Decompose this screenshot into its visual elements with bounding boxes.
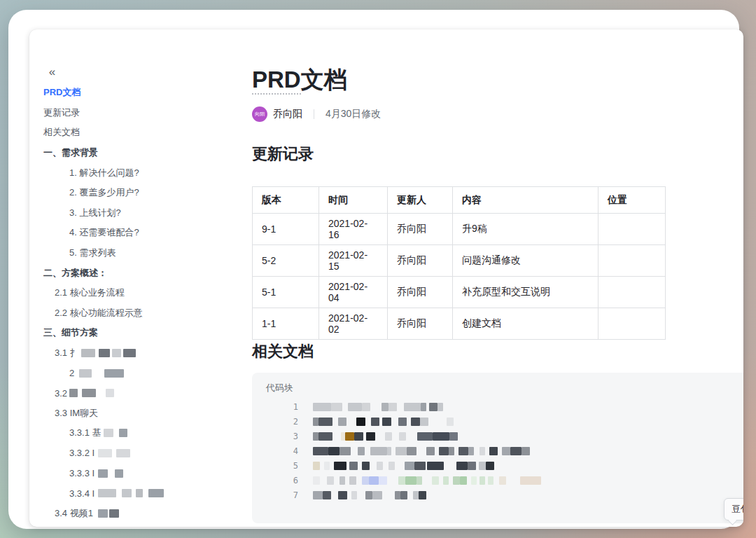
toc-item[interactable]: 3.3.1 基 (43, 423, 253, 443)
toc-item-label: 3. 上线计划? (69, 207, 121, 219)
toc-item[interactable]: 3. 上线计划? (43, 203, 253, 223)
toc-item[interactable]: 3.1 扌 (43, 343, 253, 364)
toc-item[interactable]: 更新记录 (43, 103, 253, 123)
table-header-cell[interactable]: 更新人 (388, 187, 453, 214)
toc-item-label: 1. 解决什么问题? (69, 167, 139, 179)
document-panel: « PRD文档更新记录相关文档一、需求背景1. 解决什么问题?2. 覆盖多少用户… (29, 29, 743, 527)
table-cell[interactable]: 5-2 (253, 245, 319, 277)
table-header-cell[interactable]: 版本 (253, 187, 319, 214)
table-cell[interactable]: 2021-02-15 (319, 245, 388, 277)
toc-item-label: 3.2 (55, 388, 67, 399)
modified-timestamp: 4月30日修改 (326, 108, 381, 120)
redacted-text-mosaic (313, 403, 443, 411)
redacted-text-mosaic (313, 462, 494, 470)
toc-item[interactable]: 3.2 (43, 383, 253, 404)
table-cell[interactable]: 问题沟通修改 (453, 245, 598, 277)
toc-item[interactable]: 2 (43, 363, 253, 383)
table-cell[interactable]: 5-1 (253, 277, 319, 308)
author-name[interactable]: 乔向阳 (273, 108, 302, 120)
toc-item[interactable]: 三、细节方案 (43, 323, 253, 343)
code-line: 3 (252, 429, 743, 443)
toc-item-label: 4. 还需要谁配合? (69, 226, 139, 239)
toc-item[interactable]: 2. 覆盖多少用户? (43, 183, 253, 203)
table-cell[interactable]: 乔向阳 (388, 308, 453, 340)
table-cell[interactable] (598, 214, 666, 245)
page-title-cjk: 文档 (301, 67, 347, 92)
code-line-number: 2 (252, 417, 298, 427)
code-line: 6 (252, 473, 743, 488)
table-header-cell[interactable]: 内容 (453, 187, 598, 214)
table-cell[interactable] (598, 308, 666, 340)
table-cell[interactable]: 乔向阳 (388, 214, 453, 245)
toc-item[interactable]: 相关文档 (43, 123, 253, 143)
table-cell[interactable]: 1-1 (253, 308, 319, 340)
toc-item[interactable]: 一、需求背景 (43, 143, 253, 163)
table-cell[interactable]: 乔向阳 (388, 245, 453, 277)
sidebar-toc: PRD文档更新记录相关文档一、需求背景1. 解决什么问题?2. 覆盖多少用户?3… (43, 83, 253, 523)
redacted-text-mosaic (313, 432, 458, 441)
code-line: 5 (252, 458, 743, 473)
toc-item-label: 3.3.1 基 (69, 427, 102, 439)
code-lines: 1234567 (252, 399, 743, 502)
table-cell[interactable]: 升9稿 (453, 214, 598, 245)
redacted-text-mosaic (313, 418, 454, 426)
code-block[interactable]: 代码块 1234567 (252, 373, 743, 523)
toc-item[interactable]: 3.4 视频1 (43, 503, 253, 523)
table-cell[interactable]: 乔向阳 (388, 277, 453, 308)
table-cell[interactable]: 2021-02-04 (319, 277, 388, 308)
document-content: PRD文档 向阳 乔向阳 4月30日修改 更新记录 版本时间更新人内容位置9-1… (252, 29, 743, 527)
redacted-text-mosaic (313, 491, 426, 499)
table-cell[interactable]: 9-1 (253, 214, 319, 245)
toc-item[interactable]: PRD文档 (43, 83, 253, 103)
heading-related-docs: 相关文档 (252, 341, 314, 362)
table-header-cell[interactable]: 时间 (319, 187, 388, 214)
toc-item-label: 2.2 核心功能流程示意 (55, 307, 143, 319)
redacted-text-mosaic (95, 509, 119, 518)
toc-item-label: 更新记录 (43, 106, 80, 119)
code-line: 1 (252, 399, 743, 414)
redacted-text-mosaic (81, 349, 136, 357)
toc-item[interactable]: 二、方案概述： (43, 263, 253, 283)
toc-item[interactable]: 4. 还需要谁配合? (43, 223, 253, 243)
toc-item-label: 一、需求背景 (43, 146, 98, 159)
toc-item[interactable]: 2.2 核心功能流程示意 (43, 303, 253, 324)
table-cell[interactable]: 创建文档 (453, 308, 598, 340)
redacted-text-mosaic (104, 429, 127, 437)
redacted-text-mosaic (313, 447, 530, 455)
heading-update-log: 更新记录 (252, 144, 314, 165)
toc-item[interactable]: 1. 解决什么问题? (43, 163, 253, 183)
toc-item[interactable]: 3.3.3 I (43, 463, 253, 483)
toc-item[interactable]: 3.3.4 I (43, 483, 253, 504)
table-cell[interactable] (598, 277, 666, 308)
table-cell[interactable] (598, 245, 666, 277)
toc-item[interactable]: 5. 需求列表 (43, 243, 253, 263)
code-line-number: 6 (252, 476, 298, 485)
redacted-text-mosaic (76, 369, 124, 378)
toc-item[interactable]: 2.1 核心业务流程 (43, 283, 253, 303)
table-cell[interactable]: 2021-02-02 (319, 308, 388, 340)
toc-item-label: 相关文档 (43, 126, 80, 139)
code-line-number: 5 (252, 461, 298, 471)
toc-item-label: 二、方案概述： (43, 267, 107, 280)
desktop-background: « PRD文档更新记录相关文档一、需求背景1. 解决什么问题?2. 覆盖多少用户… (0, 0, 756, 538)
redacted-text-mosaic (69, 389, 114, 397)
code-line: 4 (252, 443, 743, 458)
toc-item-label: 2 (69, 368, 74, 378)
table-header-cell[interactable]: 位置 (598, 187, 666, 214)
toc-item-label: 3.3 IM聊天 (55, 407, 98, 420)
table-cell[interactable]: 2021-02-16 (319, 214, 388, 245)
redacted-text-mosaic (97, 489, 164, 497)
toc-item[interactable]: 3.3 IM聊天 (43, 404, 253, 424)
toc-item[interactable]: 3.3.2 I (43, 443, 253, 464)
code-line: 7 (252, 488, 743, 502)
page-title: PRD文档 (252, 64, 347, 95)
code-line-number: 3 (252, 432, 298, 441)
toc-item-label: 2.1 核心业务流程 (55, 287, 125, 299)
avatar[interactable]: 向阳 (252, 106, 267, 122)
code-line: 2 (252, 414, 743, 429)
code-line-number: 4 (252, 446, 298, 456)
table-cell[interactable]: 补充原型和交互说明 (453, 277, 598, 308)
code-block-label: 代码块 (266, 382, 293, 394)
sidebar-collapse-icon[interactable]: « (43, 63, 61, 81)
update-table: 版本时间更新人内容位置9-12021-02-16乔向阳升9稿5-22021-02… (252, 186, 666, 340)
